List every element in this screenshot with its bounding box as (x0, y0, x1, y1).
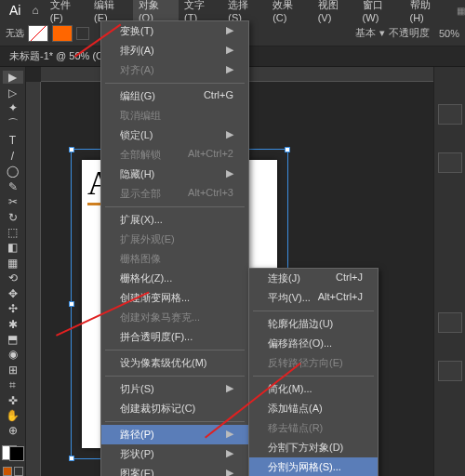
tool-lasso[interactable]: ⌒ (3, 116, 23, 132)
panel-icon-libraries[interactable] (438, 152, 462, 173)
menu-path-submenu: 连接(J)Ctrl+J平均(V)...Alt+Ctrl+J轮廓化描边(U)偏移路… (248, 268, 379, 476)
menu-item[interactable]: 反转路径方向(E) (249, 353, 378, 373)
home-icon[interactable]: ⌂ (26, 4, 44, 17)
screen-mode-icon[interactable] (14, 467, 23, 476)
menu-item[interactable]: 栅格图像 (101, 249, 248, 269)
menu-item[interactable]: 图案(E)▶ (101, 464, 248, 476)
menu-item[interactable]: 形状(P)▶ (101, 444, 248, 464)
menu-item[interactable]: 切片(S)▶ (101, 379, 248, 399)
menu-view[interactable]: 视图(V) (312, 0, 357, 26)
menu-item[interactable]: 扩展(X)... (101, 210, 248, 230)
panel-icon-color[interactable] (438, 361, 462, 381)
tool-type[interactable]: T (3, 134, 23, 147)
menu-item[interactable]: 连接(J)Ctrl+J (249, 269, 378, 288)
tool-gradient[interactable]: ✱ (3, 317, 23, 330)
menu-item[interactable]: 平均(V)...Alt+Ctrl+J (249, 288, 378, 308)
opacity-label: 不透明度 (389, 26, 430, 40)
menu-item[interactable]: 分割下方对象(D) (249, 438, 378, 457)
fill-stroke-swatches[interactable] (2, 445, 24, 461)
tool-rotate[interactable]: ↻ (3, 210, 23, 223)
tool-hand[interactable]: ✋ (3, 409, 23, 422)
mode-label: 基本 (355, 26, 376, 40)
fill-swatch[interactable] (28, 25, 48, 42)
tool-zoom[interactable]: ⊕ (3, 424, 23, 437)
tool-perspective[interactable]: ✥ (3, 286, 23, 299)
menu-item[interactable]: 显示全部Alt+Ctrl+3 (101, 184, 248, 204)
menubar: Ai ⌂ 文件(F) 编辑(E) 对象(O) 文字(T) 选择(S) 效果(C)… (0, 0, 465, 20)
menu-item[interactable]: 扩展外观(E) (101, 230, 248, 249)
menu-item[interactable]: 轮廓化描边(U) (249, 314, 378, 334)
menu-item[interactable]: 取消编组 (101, 106, 248, 126)
menu-effect[interactable]: 效果(C) (267, 0, 312, 26)
menu-item[interactable]: 移去锚点(R) (249, 418, 378, 438)
menu-item[interactable]: 路径(P)▶ (101, 425, 248, 444)
grip-icon: ▦ (457, 6, 465, 16)
tool-mesh[interactable]: ✣ (3, 302, 23, 315)
tool-free[interactable]: ▦ (3, 257, 23, 270)
tool-symbol[interactable]: ⊞ (3, 364, 23, 377)
stroke-swatch[interactable] (52, 25, 73, 42)
menu-item[interactable]: 创建对象马赛克... (101, 308, 248, 327)
menu-item[interactable]: 栅格化(Z)... (101, 269, 248, 288)
tool-artboard[interactable]: ✜ (3, 393, 23, 406)
color-mode-icon[interactable] (3, 467, 12, 476)
menu-help[interactable]: 帮助(H) (405, 0, 450, 26)
ruler-vertical (26, 82, 41, 476)
menu-item[interactable]: 隐藏(H)▶ (101, 165, 248, 184)
menu-object-dropdown: 变换(T)▶排列(A)▶对齐(A)▶编组(G)Ctrl+G取消编组锁定(L)▶全… (100, 20, 249, 476)
panel-icon-properties[interactable] (438, 312, 462, 333)
tool-line[interactable]: / (3, 150, 23, 163)
menu-item[interactable]: 偏移路径(O)... (249, 334, 378, 353)
menu-item[interactable]: 拼合透明度(F)... (101, 327, 248, 347)
menu-item[interactable]: 排列(A)▶ (101, 41, 248, 60)
stroke-drop[interactable] (76, 27, 89, 40)
menu-item[interactable]: 设为像素级优化(M) (101, 353, 248, 373)
menu-item[interactable]: 全部解锁Alt+Ctrl+2 (101, 145, 248, 165)
tool-eyedropper[interactable]: ⬒ (3, 333, 23, 346)
menu-file[interactable]: 文件(F) (45, 0, 88, 26)
tool-wand[interactable]: ✦ (3, 101, 23, 114)
menu-item[interactable]: 创建裁切标记(C) (101, 399, 248, 418)
tool-shape-builder[interactable]: ⟲ (3, 271, 23, 284)
menu-item[interactable]: 对齐(A)▶ (101, 60, 248, 80)
menu-item[interactable]: 分割为网格(S)... (249, 457, 378, 476)
tool-blend[interactable]: ◉ (3, 348, 23, 361)
app-logo: Ai (4, 3, 26, 18)
no-selection-label: 无选 (6, 27, 24, 40)
menu-item[interactable]: 变换(T)▶ (101, 21, 248, 41)
tool-scale[interactable]: ⬚ (3, 226, 23, 239)
toolbox: ▶ ▷ ✦ ⌒ T / ◯ ✎ ✂ ↻ ⬚ ◧ ▦ ⟲ ✥ ✣ ✱ ⬒ ◉ ⊞ … (0, 67, 26, 476)
panel-icon-layers[interactable] (438, 104, 462, 125)
tool-direct[interactable]: ▷ (3, 86, 23, 99)
menu-item[interactable]: 编组(G)Ctrl+G (101, 86, 248, 106)
tool-scissors[interactable]: ✂ (3, 195, 23, 208)
tool-graph[interactable]: ⌗ (3, 378, 23, 391)
tool-selection[interactable]: ▶ (3, 71, 23, 84)
tool-brush[interactable]: ✎ (3, 180, 23, 193)
right-dock (433, 67, 465, 476)
opacity-value[interactable]: 50% (439, 28, 459, 39)
menu-item[interactable]: 添加锚点(A) (249, 399, 378, 418)
menu-window[interactable]: 窗口(W) (357, 0, 405, 26)
tool-shape[interactable]: ◯ (3, 165, 23, 178)
menu-item[interactable]: 锁定(L)▶ (101, 126, 248, 145)
tool-width[interactable]: ◧ (3, 241, 23, 254)
